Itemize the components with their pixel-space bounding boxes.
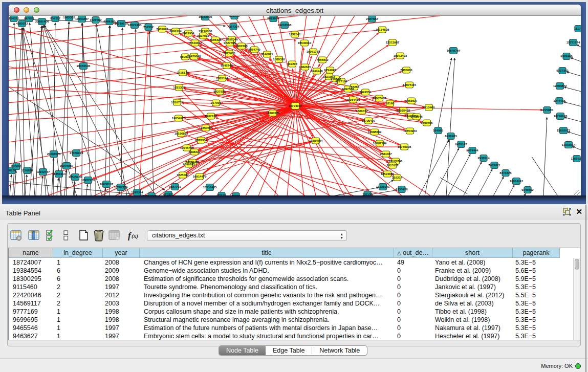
svg-text:9327503: 9327503 <box>197 34 209 37</box>
svg-text:19756928: 19756928 <box>398 145 411 148</box>
svg-text:2718170: 2718170 <box>177 71 189 74</box>
svg-text:9474444: 9474444 <box>466 149 478 152</box>
svg-text:16640910: 16640910 <box>298 41 312 45</box>
svg-text:8427552: 8427552 <box>213 90 226 93</box>
svg-text:2087682: 2087682 <box>366 17 378 20</box>
svg-text:9227342: 9227342 <box>556 69 569 72</box>
svg-text:9657791: 9657791 <box>169 185 181 188</box>
svg-text:675321: 675321 <box>163 193 174 196</box>
svg-text:19166825: 19166825 <box>175 132 188 135</box>
svg-text:904512: 904512 <box>146 194 157 196</box>
svg-text:10688609: 10688609 <box>368 130 382 134</box>
svg-text:10973493: 10973493 <box>394 54 407 57</box>
svg-text:20364436: 20364436 <box>346 98 360 101</box>
svg-text:12505135: 12505135 <box>69 176 82 179</box>
svg-text:8938923: 8938923 <box>445 135 457 138</box>
svg-text:16210643: 16210643 <box>554 115 568 118</box>
svg-text:7485063: 7485063 <box>400 69 412 72</box>
svg-text:7386372: 7386372 <box>356 110 368 113</box>
svg-text:14136141: 14136141 <box>376 185 390 188</box>
svg-text:995621: 995621 <box>24 17 35 20</box>
svg-text:2967608: 2967608 <box>235 45 248 48</box>
svg-text:77123: 77123 <box>217 194 226 196</box>
svg-text:11172: 11172 <box>574 27 581 30</box>
svg-text:15692071: 15692071 <box>557 129 571 132</box>
svg-text:7357224: 7357224 <box>227 25 239 28</box>
svg-text:1132541: 1132541 <box>289 33 301 36</box>
svg-text:88321: 88321 <box>232 194 241 196</box>
svg-text:1292344: 1292344 <box>131 191 143 194</box>
svg-text:8267130: 8267130 <box>205 115 217 118</box>
svg-text:16154808: 16154808 <box>376 28 389 31</box>
svg-text:9463627: 9463627 <box>405 99 418 102</box>
svg-text:62160: 62160 <box>386 102 395 105</box>
svg-text:16671385: 16671385 <box>128 24 142 27</box>
svg-text:8813054: 8813054 <box>267 17 279 20</box>
svg-text:18300295: 18300295 <box>266 112 280 115</box>
svg-text:1733426: 1733426 <box>396 188 408 191</box>
svg-text:16782759: 16782759 <box>114 186 128 189</box>
svg-text:917006: 917006 <box>211 101 222 104</box>
svg-text:18524861: 18524861 <box>381 172 395 176</box>
svg-text:12093872: 12093872 <box>553 84 567 87</box>
svg-text:1615112: 1615112 <box>386 164 399 167</box>
svg-text:7463822: 7463822 <box>156 28 168 31</box>
svg-text:9245652: 9245652 <box>521 188 534 191</box>
svg-text:11451914: 11451914 <box>52 172 66 176</box>
svg-text:16914479: 16914479 <box>193 175 207 178</box>
svg-text:9777169: 9777169 <box>335 80 347 83</box>
svg-text:17016514: 17016514 <box>562 143 576 146</box>
svg-text:18724007: 18724007 <box>289 104 302 107</box>
svg-text:13226058: 13226058 <box>199 30 212 33</box>
svg-text:131152: 131152 <box>362 193 373 196</box>
svg-text:12942737: 12942737 <box>36 170 50 173</box>
svg-text:1588520: 1588520 <box>273 58 285 61</box>
svg-text:9115460: 9115460 <box>423 106 435 109</box>
svg-text:18807249: 18807249 <box>373 142 387 145</box>
svg-text:2935114: 2935114 <box>477 157 490 160</box>
svg-text:9699695: 9699695 <box>183 163 195 166</box>
svg-text:6497568: 6497568 <box>342 87 354 91</box>
svg-text:10807487: 10807487 <box>373 97 386 100</box>
svg-text:1065332: 1065332 <box>63 16 75 19</box>
svg-text:10025438: 10025438 <box>397 109 410 112</box>
svg-text:7625402: 7625402 <box>177 173 189 177</box>
svg-text:1221338: 1221338 <box>173 86 185 89</box>
svg-text:154051: 154051 <box>9 17 19 20</box>
svg-text:1156829: 1156829 <box>21 169 33 172</box>
svg-text:8471626: 8471626 <box>499 171 512 174</box>
svg-text:1167533: 1167533 <box>571 157 581 160</box>
svg-text:39154: 39154 <box>9 169 16 172</box>
svg-text:12353594: 12353594 <box>199 126 213 129</box>
svg-text:19654923: 19654923 <box>403 129 417 133</box>
svg-text:19654925: 19654925 <box>172 117 186 120</box>
svg-text:4055572: 4055572 <box>16 22 28 25</box>
svg-text:(x): (x) <box>132 233 138 239</box>
svg-text:15716485: 15716485 <box>203 186 217 189</box>
svg-text:20206576: 20206576 <box>47 152 61 156</box>
svg-text:1810755: 1810755 <box>171 101 183 104</box>
svg-text:8215985: 8215985 <box>541 108 553 112</box>
svg-text:19218506: 19218506 <box>278 24 292 27</box>
svg-text:12975115: 12975115 <box>403 83 417 86</box>
svg-text:16648764: 16648764 <box>447 49 461 52</box>
svg-text:9329966: 9329966 <box>560 55 573 58</box>
svg-text:10046766: 10046766 <box>180 146 194 149</box>
svg-text:3624554: 3624554 <box>359 91 372 94</box>
svg-text:20053546: 20053546 <box>77 64 91 68</box>
svg-text:10654112: 10654112 <box>510 180 524 183</box>
svg-text:12213967: 12213967 <box>386 41 400 44</box>
svg-text:10653267: 10653267 <box>75 17 89 20</box>
svg-text:7632621: 7632621 <box>488 164 500 167</box>
svg-text:164095: 164095 <box>433 129 444 132</box>
svg-text:6794028: 6794028 <box>324 69 336 72</box>
svg-text:17359924: 17359924 <box>70 151 83 155</box>
svg-text:10719155: 10719155 <box>115 22 128 25</box>
svg-text:9884067: 9884067 <box>380 152 392 156</box>
svg-text:252214: 252214 <box>392 176 403 179</box>
svg-text:7955812: 7955812 <box>316 58 329 61</box>
svg-text:8990448: 8990448 <box>311 70 323 73</box>
svg-text:832203: 832203 <box>287 62 298 65</box>
svg-text:19384554: 19384554 <box>309 139 323 142</box>
svg-text:1362615: 1362615 <box>299 65 311 69</box>
